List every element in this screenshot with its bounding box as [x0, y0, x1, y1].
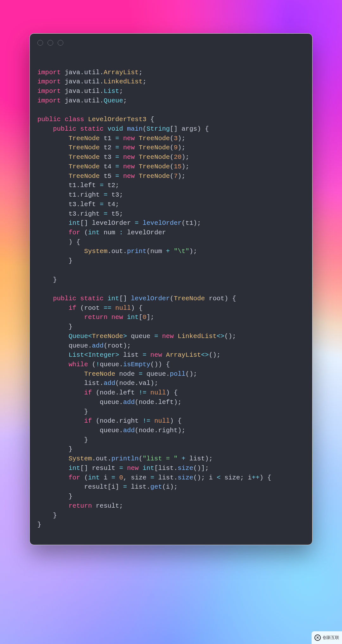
code-content: import java.util.ArrayList; import java.… [37, 58, 305, 530]
watermark-badge: ✕ 创新互联 [312, 631, 342, 644]
window-dot-maximize[interactable] [58, 40, 63, 46]
window-dot-close[interactable] [37, 40, 43, 46]
watermark-text: 创新互联 [323, 635, 339, 641]
window-titlebar [30, 34, 312, 52]
window-dot-minimize[interactable] [48, 40, 53, 46]
watermark-logo-icon: ✕ [314, 634, 321, 641]
code-area: import java.util.ArrayList; import java.… [30, 52, 312, 545]
code-window: import java.util.ArrayList; import java.… [29, 33, 313, 545]
